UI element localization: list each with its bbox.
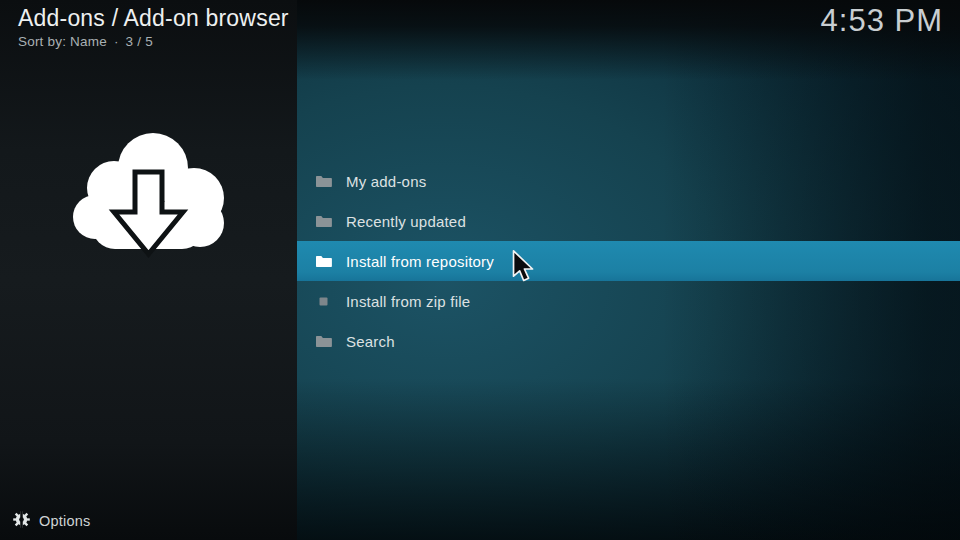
addon-menu: My add-ons Recently updated Install from… <box>297 161 960 361</box>
sidebar: Options <box>0 0 297 540</box>
menu-item-label: My add-ons <box>346 173 426 190</box>
menu-item-label: Install from zip file <box>346 293 470 310</box>
page-title: Add-ons / Add-on browser <box>18 5 289 32</box>
sort-info[interactable]: Sort by: Name·3 / 5 <box>18 34 289 49</box>
folder-icon <box>314 254 332 268</box>
folder-icon <box>314 334 332 348</box>
menu-item-my-addons[interactable]: My add-ons <box>297 161 960 201</box>
gear-icon <box>13 511 30 532</box>
menu-item-search[interactable]: Search <box>297 321 960 361</box>
options-button[interactable]: Options <box>13 510 90 532</box>
file-icon <box>314 294 332 308</box>
menu-item-install-from-zip[interactable]: Install from zip file <box>297 281 960 321</box>
menu-item-label: Search <box>346 333 395 350</box>
folder-icon <box>314 174 332 188</box>
folder-icon <box>314 214 332 228</box>
clock: 4:53 PM <box>821 3 943 39</box>
item-position: 3 / 5 <box>126 34 153 49</box>
menu-item-recently-updated[interactable]: Recently updated <box>297 201 960 241</box>
menu-item-label: Install from repository <box>346 253 494 270</box>
separator: · <box>114 34 119 49</box>
header: Add-ons / Add-on browser Sort by: Name·3… <box>18 5 289 49</box>
menu-item-label: Recently updated <box>346 213 466 230</box>
options-label: Options <box>39 513 90 529</box>
menu-item-install-from-repository[interactable]: Install from repository <box>297 241 960 281</box>
cloud-download-icon <box>72 124 224 266</box>
sort-by-label: Sort by: Name <box>18 34 107 49</box>
